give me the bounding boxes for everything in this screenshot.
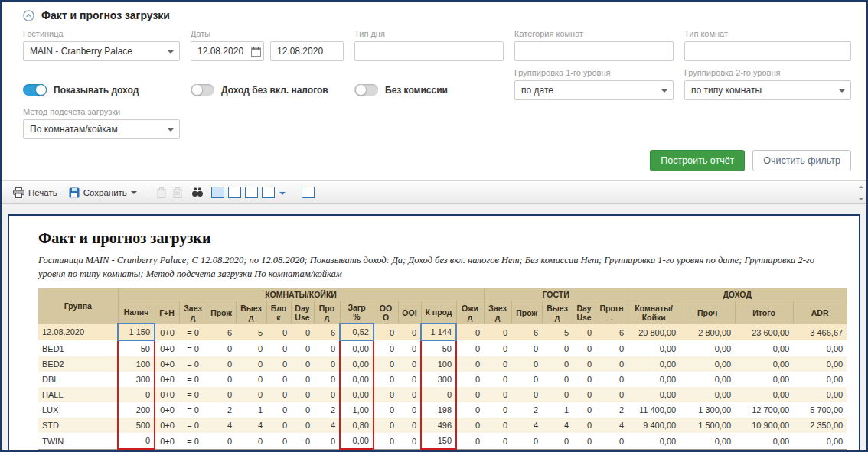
- cell: 0,00: [793, 433, 847, 449]
- table-row: DBL3000+0= 0000000,00003000000000,000,00…: [38, 372, 847, 387]
- cell: 0: [484, 418, 511, 433]
- cell: 0: [456, 402, 484, 418]
- view-mode-dropdown-caret[interactable]: [279, 192, 286, 198]
- cell: 0: [236, 356, 266, 372]
- cell: 0: [266, 418, 291, 433]
- column-header: Прод: [314, 301, 340, 324]
- scroll-up-icon[interactable]: [859, 184, 863, 188]
- view-mode-grid-button[interactable]: [262, 187, 275, 198]
- print-label: Печать: [28, 188, 57, 197]
- cell: = 0: [179, 433, 207, 449]
- cell: 0: [398, 324, 421, 340]
- column-group-header: КОМНАТЫ/КОЙКИ: [118, 288, 484, 301]
- column-header: Заезд: [484, 301, 511, 324]
- cell: TWIN: [38, 433, 118, 449]
- save-dropdown-caret: [131, 191, 137, 197]
- cell: 0: [374, 356, 398, 372]
- toggle-show-income[interactable]: Показывать доход: [23, 84, 180, 96]
- column-group-header: ГОСТИ: [484, 288, 628, 301]
- cell: 0: [236, 372, 266, 387]
- cell: 0,00: [680, 340, 735, 356]
- cell: 0: [291, 340, 314, 356]
- toggle-knob: [23, 84, 47, 96]
- cell: 0: [291, 324, 314, 340]
- cell: 0: [266, 324, 291, 340]
- cell: BED1: [38, 340, 118, 356]
- scroll-down-icon[interactable]: [859, 198, 863, 203]
- collapse-icon[interactable]: [23, 10, 34, 21]
- group2-select[interactable]: по типу комнаты: [684, 80, 851, 100]
- day-type-input[interactable]: [354, 41, 504, 61]
- cell: 0,00: [735, 387, 793, 402]
- cell: 0: [314, 340, 340, 356]
- group2-value: по типу комнаты: [691, 85, 762, 96]
- room-category-input[interactable]: [514, 41, 674, 61]
- view-mode-full-button[interactable]: [211, 187, 224, 198]
- cell: 0,80: [340, 418, 374, 433]
- column-header: Комнаты/Койки: [628, 301, 680, 324]
- save-button[interactable]: Сохранить: [65, 185, 141, 200]
- cell: 0+0: [155, 372, 179, 387]
- total-cell: 0: [291, 449, 314, 452]
- toolbar-scrollbar[interactable]: [857, 184, 865, 203]
- table-row: BED1500+0= 0000000,0000500000000,000,000…: [38, 340, 847, 356]
- toggle-income-no-tax[interactable]: Доход без вкл. налогов: [191, 84, 344, 96]
- group1-select[interactable]: по дате: [514, 80, 674, 100]
- cell: 0: [236, 340, 266, 356]
- cell: 0: [374, 418, 398, 433]
- calendar-icon[interactable]: [251, 46, 261, 60]
- cell: 2: [596, 402, 628, 418]
- column-header: Прогн.: [596, 301, 628, 324]
- column-header-group: Группа: [38, 288, 118, 324]
- cell: 0: [456, 418, 484, 433]
- toggle-no-commission[interactable]: Без комиссии: [354, 84, 504, 96]
- cell: 0: [118, 433, 155, 449]
- hotel-select[interactable]: MAIN - Cranberry Palace: [23, 41, 180, 61]
- method-select[interactable]: По комнатам/койкам: [23, 119, 180, 139]
- date-to-input[interactable]: [270, 41, 344, 61]
- build-report-button[interactable]: Построить отчёт: [650, 150, 745, 171]
- print-button[interactable]: Печать: [9, 185, 61, 200]
- cell: 0: [291, 402, 314, 418]
- view-mode-columns-button[interactable]: [245, 187, 258, 198]
- cell: 23 600,00: [735, 324, 793, 340]
- cell: 0,00: [340, 387, 374, 402]
- cell: 0: [398, 402, 421, 418]
- cell: 12.08.2020: [38, 324, 118, 340]
- cell: 0,00: [628, 356, 680, 372]
- cell: 0: [291, 372, 314, 387]
- filter-row-1: Гостиница MAIN - Cranberry Palace Даты: [23, 29, 851, 61]
- report-toolbar: Печать Сохранить: [2, 180, 866, 204]
- cell: 0: [398, 340, 421, 356]
- group2-field: Группировка 2-го уровня по типу комнаты: [684, 68, 851, 100]
- clear-filter-button[interactable]: Очистить фильтр: [752, 150, 851, 171]
- column-header: Ожид: [456, 301, 484, 324]
- table-row: 12.08.20201 1500+0= 0650060,52001 144006…: [38, 324, 847, 340]
- cell: 5: [236, 324, 266, 340]
- cell: 0: [314, 387, 340, 402]
- cell: 6: [207, 324, 236, 340]
- extra-view-button[interactable]: [302, 187, 315, 198]
- cell: 1 300,00: [680, 402, 735, 418]
- cell: 0: [314, 433, 340, 449]
- cell: 0: [266, 402, 291, 418]
- room-type-field: Тип комнат: [684, 29, 851, 61]
- cell: 0: [511, 387, 542, 402]
- cell: 0,00: [628, 372, 680, 387]
- table-row: HALL00+0= 0000000,000000000000,000,000,0…: [38, 387, 847, 402]
- cell: 0: [542, 433, 573, 449]
- copy-doc-icon: [157, 187, 166, 198]
- search-icon[interactable]: [191, 187, 204, 197]
- cell: 0: [573, 387, 596, 402]
- cell: = 0: [179, 356, 207, 372]
- cell: 1,00: [340, 402, 374, 418]
- cell: 0: [374, 324, 398, 340]
- total-cell: 1 144: [421, 449, 456, 452]
- table-row: LUX2000+0= 0210021,000019800210211 400,0…: [38, 402, 847, 418]
- column-header: Заезд: [179, 301, 207, 324]
- view-mode-split-button[interactable]: [228, 187, 241, 198]
- cell: 0: [398, 387, 421, 402]
- cell: 0: [573, 340, 596, 356]
- room-type-input[interactable]: [684, 41, 851, 61]
- column-header: Блок: [266, 301, 291, 324]
